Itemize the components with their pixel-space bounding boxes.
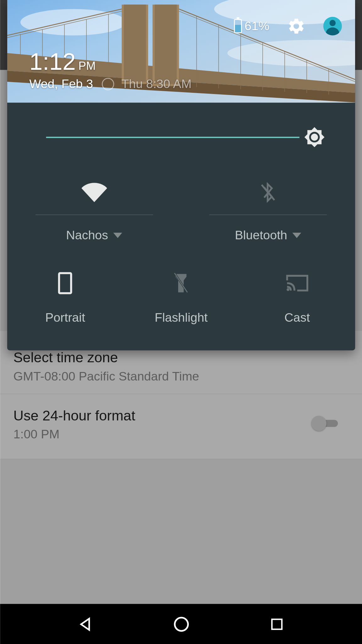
svg-point-29 bbox=[286, 288, 289, 291]
bluetooth-tile[interactable]: Bluetooth bbox=[181, 175, 355, 242]
tile-divider bbox=[209, 214, 327, 215]
tile-divider bbox=[35, 214, 153, 215]
wifi-icon bbox=[81, 182, 107, 203]
portrait-icon bbox=[57, 272, 73, 294]
chevron-down-icon bbox=[113, 233, 122, 238]
battery-icon bbox=[234, 19, 242, 33]
recents-button[interactable] bbox=[266, 613, 288, 635]
quick-tiles-row-2: Portrait Flashlight bbox=[7, 265, 355, 325]
portrait-label: Portrait bbox=[45, 311, 85, 325]
clock-time: 1:12 PM bbox=[29, 48, 191, 75]
gear-icon bbox=[287, 17, 305, 35]
svg-point-2 bbox=[227, 40, 355, 66]
battery-percent: 61% bbox=[244, 19, 269, 33]
wifi-dropdown[interactable]: Nachos bbox=[66, 228, 122, 242]
brightness-slider[interactable] bbox=[46, 136, 299, 138]
avatar-icon bbox=[323, 17, 342, 35]
back-button[interactable] bbox=[74, 613, 96, 635]
date-row: Wed, Feb 3 Thu 8:30 AM bbox=[29, 77, 191, 91]
cast-label: Cast bbox=[284, 311, 310, 325]
chevron-down-icon bbox=[292, 233, 301, 238]
time-value: 1:12 bbox=[29, 48, 76, 75]
panel-header-wallpaper: 61% 1:12 PM Wed, Feb 3 bbox=[7, 0, 355, 103]
cast-tile[interactable]: Cast bbox=[239, 265, 355, 325]
portrait-tile[interactable]: Portrait bbox=[7, 265, 123, 325]
date-text: Wed, Feb 3 bbox=[29, 77, 93, 91]
svg-point-30 bbox=[174, 617, 188, 630]
quick-tiles-row-1: Nachos Bluetooth bbox=[7, 175, 355, 242]
brightness-slider-row bbox=[46, 115, 325, 159]
bluetooth-icon bbox=[259, 182, 277, 203]
brightness-thumb[interactable] bbox=[304, 126, 325, 148]
settings-button[interactable] bbox=[287, 17, 305, 35]
alarm-icon bbox=[102, 78, 114, 90]
quick-settings-panel: 61% 1:12 PM Wed, Feb 3 bbox=[7, 0, 355, 350]
flashlight-tile[interactable]: Flashlight bbox=[123, 265, 239, 325]
home-circle-icon bbox=[173, 616, 189, 632]
battery-status: 61% bbox=[234, 19, 269, 33]
svg-rect-31 bbox=[272, 619, 282, 629]
navigation-bar bbox=[0, 604, 362, 644]
cast-icon bbox=[286, 274, 308, 292]
flashlight-icon bbox=[173, 272, 189, 294]
brightness-icon bbox=[304, 126, 325, 148]
flashlight-label: Flashlight bbox=[155, 311, 208, 325]
recents-square-icon bbox=[270, 617, 283, 630]
bluetooth-label: Bluetooth bbox=[235, 228, 287, 242]
bluetooth-dropdown[interactable]: Bluetooth bbox=[235, 228, 301, 242]
home-button[interactable] bbox=[170, 613, 192, 635]
user-avatar-button[interactable] bbox=[323, 17, 342, 35]
time-ampm: PM bbox=[78, 59, 96, 73]
status-bar-row: 61% bbox=[234, 17, 342, 35]
wifi-label: Nachos bbox=[66, 228, 108, 242]
svg-rect-26 bbox=[59, 273, 71, 293]
time-date-block[interactable]: 1:12 PM Wed, Feb 3 Thu 8:30 AM bbox=[29, 48, 191, 91]
alarm-text: Thu 8:30 AM bbox=[121, 77, 191, 91]
back-triangle-icon bbox=[78, 617, 93, 632]
wifi-tile[interactable]: Nachos bbox=[7, 175, 181, 242]
